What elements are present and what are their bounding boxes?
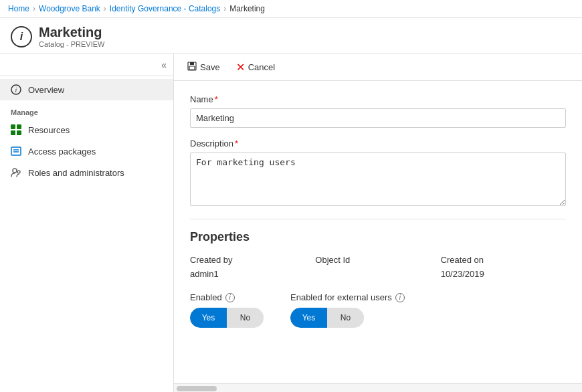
svg-rect-9 <box>189 66 195 70</box>
prop-created-on: Created on 10/23/2019 <box>441 255 566 279</box>
enabled-label: Enabled <box>190 292 222 302</box>
name-label: Name* <box>190 94 566 104</box>
properties-section: Properties Created by admin1 Object Id C… <box>190 230 566 328</box>
page-title: Marketing <box>39 25 104 40</box>
save-label: Save <box>200 62 220 72</box>
scrollbar-track <box>177 386 579 391</box>
name-input[interactable] <box>190 108 566 128</box>
sidebar-collapse-area: « <box>0 54 173 76</box>
sidebar-item-access-packages[interactable]: Access packages <box>0 140 173 162</box>
title-block: Marketing Catalog - PREVIEW <box>39 25 104 48</box>
sidebar: « i Overview Manage <box>0 54 174 392</box>
created-by-label: Created by <box>190 255 315 265</box>
external-label: Enabled for external users <box>290 292 392 302</box>
cancel-button[interactable]: ✕ Cancel <box>233 60 278 75</box>
created-on-label: Created on <box>441 255 566 265</box>
page-header-icon: i <box>11 26 32 47</box>
sidebar-item-roles[interactable]: Roles and administrators <box>0 162 173 183</box>
enabled-no-option[interactable]: No <box>227 308 264 328</box>
external-toggle-switch[interactable]: Yes No <box>290 308 364 328</box>
cancel-label: Cancel <box>248 62 275 72</box>
object-id-label: Object Id <box>315 255 440 265</box>
description-group: Description* <box>190 138 566 208</box>
breadcrumb-home[interactable]: Home <box>8 4 29 13</box>
breadcrumb-sep-3: › <box>223 4 226 13</box>
created-by-value: admin1 <box>190 269 315 279</box>
name-group: Name* <box>190 94 566 128</box>
section-divider <box>190 219 566 219</box>
sidebar-item-overview-label: Overview <box>28 85 64 95</box>
sidebar-item-overview[interactable]: i Overview <box>0 79 173 100</box>
svg-rect-8 <box>190 62 194 65</box>
sidebar-nav: i Overview Manage Resources <box>0 76 173 392</box>
description-required: * <box>235 138 238 149</box>
roles-icon <box>11 167 21 178</box>
overview-icon: i <box>11 84 21 95</box>
breadcrumb: Home › Woodgrove Bank › Identity Governa… <box>0 0 582 18</box>
external-yes-option[interactable]: Yes <box>290 308 327 328</box>
breadcrumb-sep-1: › <box>33 4 35 13</box>
resources-icon <box>11 124 21 135</box>
prop-created-by: Created by admin1 <box>190 255 315 279</box>
enabled-yes-option[interactable]: Yes <box>190 308 227 328</box>
toggles-row: Enabled i Yes No Enabled for external us… <box>190 292 566 328</box>
external-info-icon[interactable]: i <box>395 293 405 302</box>
breadcrumb-identity-governance[interactable]: Identity Governance - Catalogs <box>110 4 220 13</box>
properties-title: Properties <box>190 230 566 244</box>
prop-object-id: Object Id <box>315 255 440 279</box>
main-content: Save ✕ Cancel Name* Description* <box>174 54 582 392</box>
cancel-icon: ✕ <box>236 61 245 74</box>
name-required: * <box>215 94 218 104</box>
access-packages-icon <box>11 146 21 157</box>
properties-grid: Created by admin1 Object Id Created on 1… <box>190 255 566 279</box>
created-on-value: 10/23/2019 <box>441 269 566 279</box>
description-textarea[interactable] <box>190 153 566 206</box>
form-area: Name* Description* Properties Created by <box>174 81 582 383</box>
enabled-label-row: Enabled i <box>190 292 264 302</box>
external-label-row: Enabled for external users i <box>290 292 405 302</box>
page-subtitle: Catalog - PREVIEW <box>39 40 104 48</box>
breadcrumb-current: Marketing <box>229 4 265 13</box>
toolbar: Save ✕ Cancel <box>174 54 582 81</box>
sidebar-item-access-packages-label: Access packages <box>28 146 96 157</box>
external-no-option[interactable]: No <box>327 308 364 328</box>
sidebar-section-manage: Manage <box>0 100 173 119</box>
description-label: Description* <box>190 138 566 149</box>
sidebar-item-roles-label: Roles and administrators <box>28 168 124 178</box>
scrollbar-thumb <box>177 386 217 391</box>
svg-rect-2 <box>11 147 21 155</box>
enabled-toggle-switch[interactable]: Yes No <box>190 308 264 328</box>
sidebar-item-resources[interactable]: Resources <box>0 119 173 140</box>
main-layout: « i Overview Manage <box>0 54 582 392</box>
page-header: i Marketing Catalog - PREVIEW <box>0 18 582 54</box>
breadcrumb-sep-2: › <box>104 4 106 13</box>
enabled-info-icon[interactable]: i <box>225 293 235 302</box>
sidebar-item-resources-label: Resources <box>28 125 70 135</box>
external-toggle-group: Enabled for external users i Yes No <box>290 292 405 328</box>
svg-text:i: i <box>15 86 17 94</box>
breadcrumb-woodgrove[interactable]: Woodgrove Bank <box>39 4 100 13</box>
enabled-toggle-group: Enabled i Yes No <box>190 292 264 328</box>
svg-point-5 <box>13 169 17 173</box>
horizontal-scrollbar[interactable] <box>174 383 582 392</box>
save-button[interactable]: Save <box>185 60 223 74</box>
svg-point-6 <box>17 171 20 173</box>
save-icon <box>187 62 197 73</box>
sidebar-collapse-button[interactable]: « <box>161 60 167 70</box>
